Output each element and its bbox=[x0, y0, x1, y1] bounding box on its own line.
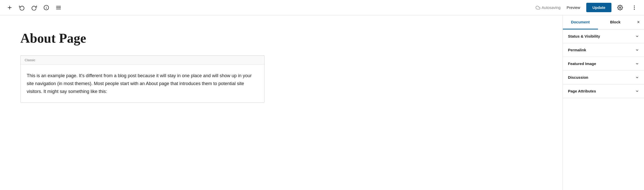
sidebar-close-button[interactable]: × bbox=[633, 17, 644, 28]
svg-point-11 bbox=[634, 9, 635, 9]
panel-permalink: Permalink bbox=[563, 43, 644, 57]
cloud-icon bbox=[536, 5, 540, 10]
autosaving-indicator: Autosaving bbox=[536, 5, 561, 10]
main-layout: About Page Classic This is an example pa… bbox=[0, 15, 644, 190]
sidebar-header: Document Block × bbox=[563, 15, 644, 29]
update-button[interactable]: Update bbox=[586, 3, 611, 12]
panel-discussion-toggle[interactable]: Discussion bbox=[563, 71, 644, 84]
chevron-down-icon bbox=[635, 89, 639, 93]
sidebar: Document Block × Status & Visibility Per… bbox=[563, 15, 644, 190]
svg-point-9 bbox=[634, 6, 635, 6]
undo-icon bbox=[19, 5, 25, 10]
panel-featured-image-label: Featured Image bbox=[568, 61, 596, 66]
panel-page-attributes-toggle[interactable]: Page Attributes bbox=[563, 84, 644, 98]
chevron-down-icon bbox=[635, 48, 639, 52]
svg-point-10 bbox=[634, 7, 635, 8]
svg-point-8 bbox=[619, 7, 621, 8]
chevron-down-icon bbox=[635, 76, 639, 79]
redo-icon bbox=[31, 5, 37, 10]
panel-status-visibility-label: Status & Visibility bbox=[568, 34, 600, 38]
page-title: About Page bbox=[20, 30, 542, 46]
preview-button[interactable]: Preview bbox=[564, 3, 583, 12]
chevron-down-icon bbox=[635, 35, 639, 38]
gear-icon bbox=[617, 5, 623, 10]
tab-block[interactable]: Block bbox=[598, 15, 633, 29]
classic-block[interactable]: Classic This is an example page. It's di… bbox=[20, 55, 265, 103]
panel-permalink-label: Permalink bbox=[568, 48, 586, 52]
settings-button[interactable] bbox=[614, 2, 626, 13]
panel-discussion-label: Discussion bbox=[568, 75, 588, 80]
ellipsis-vertical-icon bbox=[632, 5, 637, 10]
more-options-button[interactable] bbox=[629, 2, 640, 13]
info-button[interactable] bbox=[41, 2, 52, 13]
info-icon bbox=[43, 5, 49, 10]
undo-button[interactable] bbox=[16, 2, 27, 13]
toolbar-right: Autosaving Preview Update bbox=[536, 2, 640, 13]
tab-document[interactable]: Document bbox=[563, 15, 598, 29]
panel-page-attributes: Page Attributes bbox=[563, 84, 644, 98]
panel-featured-image-toggle[interactable]: Featured Image bbox=[563, 57, 644, 70]
add-block-button[interactable] bbox=[4, 2, 15, 13]
classic-block-label: Classic bbox=[21, 56, 264, 65]
classic-block-content[interactable]: This is an example page. It's different … bbox=[21, 65, 264, 102]
menu-icon bbox=[56, 5, 61, 10]
plus-icon bbox=[7, 5, 12, 10]
panel-status-visibility-toggle[interactable]: Status & Visibility bbox=[563, 29, 644, 43]
toolbar-left bbox=[4, 2, 64, 13]
chevron-down-icon bbox=[635, 62, 639, 66]
redo-button[interactable] bbox=[28, 2, 40, 13]
panel-page-attributes-label: Page Attributes bbox=[568, 89, 596, 93]
panel-permalink-toggle[interactable]: Permalink bbox=[563, 43, 644, 57]
panel-status-visibility: Status & Visibility bbox=[563, 29, 644, 43]
tools-button[interactable] bbox=[53, 2, 64, 13]
sidebar-panels: Status & Visibility Permalink Featured I… bbox=[563, 29, 644, 190]
panel-discussion: Discussion bbox=[563, 71, 644, 84]
autosaving-text: Autosaving bbox=[542, 5, 561, 10]
editor-area[interactable]: About Page Classic This is an example pa… bbox=[0, 15, 563, 190]
toolbar: Autosaving Preview Update bbox=[0, 0, 644, 15]
panel-featured-image: Featured Image bbox=[563, 57, 644, 71]
